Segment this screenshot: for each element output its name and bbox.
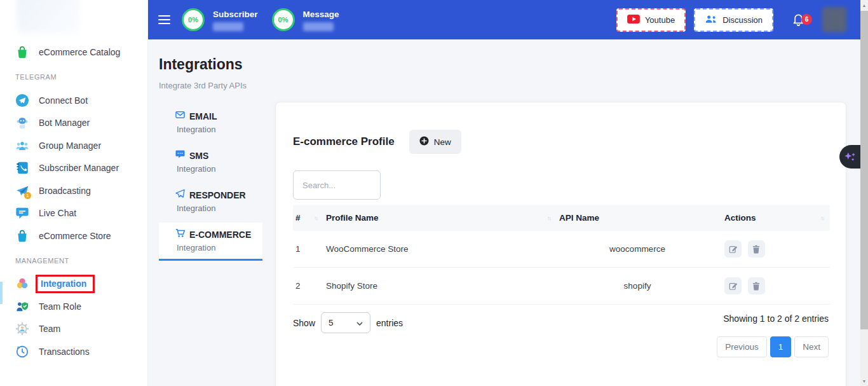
sidebar-item-team[interactable]: Team bbox=[0, 318, 147, 341]
message-stat-label: Message bbox=[303, 10, 339, 19]
page-size-control: Show 5 entries bbox=[293, 312, 403, 333]
page-1-button[interactable]: 1 bbox=[770, 336, 792, 357]
users-icon bbox=[705, 15, 717, 25]
menu-toggle-icon[interactable] bbox=[158, 13, 170, 27]
main-area: 0% Subscriber 0% Message Youtube Di bbox=[148, 0, 868, 386]
youtube-button[interactable]: Youtube bbox=[616, 8, 686, 32]
sort-icon: ↑↓ bbox=[314, 215, 317, 221]
sms-bubble-icon bbox=[175, 149, 185, 162]
sidebar-item-ecommerce-catalog[interactable]: eCommerce Catalog bbox=[0, 41, 147, 64]
group-icon bbox=[15, 139, 29, 153]
sidebar-section-management: MANAGEMENT bbox=[0, 257, 147, 265]
sparkles-icon bbox=[843, 150, 857, 164]
sidebar-item-ecommerce-store[interactable]: eCommerce Store bbox=[0, 224, 147, 247]
sidebar-item-connect-bot[interactable]: Connect Bot bbox=[0, 89, 147, 112]
sidebar-item-integration[interactable]: Integration bbox=[0, 273, 147, 296]
sidebar-item-label: Live Chat bbox=[39, 208, 76, 218]
tab-email-integration[interactable]: EMAIL Integration bbox=[159, 104, 262, 141]
app-logo bbox=[17, 0, 80, 34]
telegram-icon bbox=[15, 93, 29, 107]
youtube-icon bbox=[627, 15, 640, 25]
column-header-profile-name[interactable]: Profile Name ↑↓ bbox=[323, 205, 557, 231]
column-header-api-name[interactable]: API Name bbox=[557, 205, 722, 231]
integration-circles-icon bbox=[15, 277, 29, 291]
envelope-icon bbox=[175, 110, 185, 122]
cart-icon bbox=[175, 228, 185, 240]
youtube-button-label: Youtube bbox=[645, 15, 675, 25]
sidebar-item-broadcasting[interactable]: 1 Broadcasting bbox=[0, 179, 147, 202]
broadcasting-badge: 1 bbox=[24, 192, 31, 199]
delete-button[interactable] bbox=[748, 277, 765, 294]
message-percent-ring: 0% bbox=[272, 8, 295, 31]
sidebar-item-label: Transactions bbox=[39, 347, 90, 357]
vertical-scrollbar[interactable]: ▲ ▼ bbox=[860, 0, 868, 386]
table-row: 2 Shopify Store shopify bbox=[293, 268, 830, 305]
delete-button[interactable] bbox=[748, 240, 765, 258]
tab-title: SMS bbox=[189, 151, 208, 161]
discussion-button[interactable]: Discussion bbox=[694, 8, 773, 32]
next-page-button[interactable]: Next bbox=[794, 336, 829, 357]
sidebar-item-team-role[interactable]: Team Role bbox=[0, 295, 147, 318]
row-actions bbox=[722, 268, 830, 305]
page-title: Integrations bbox=[159, 56, 243, 73]
new-profile-button[interactable]: New bbox=[409, 130, 461, 154]
page-subtitle: Integrate 3rd Party APIs bbox=[159, 81, 247, 90]
sidebar-item-label: Group Manager bbox=[39, 141, 101, 151]
panel-title: E-commerce Profile bbox=[293, 135, 395, 148]
message-stat: 0% Message bbox=[272, 8, 339, 31]
sort-icon: ↑↓ bbox=[547, 215, 550, 221]
subscriber-value-blurred bbox=[213, 22, 243, 31]
notification-count-badge: 6 bbox=[801, 14, 812, 25]
edit-pencil-icon bbox=[729, 245, 738, 254]
row-api-name: shopify bbox=[557, 268, 722, 305]
previous-page-button[interactable]: Previous bbox=[717, 336, 767, 357]
contact-book-icon bbox=[15, 161, 29, 175]
sidebar-item-bot-manager[interactable]: Bot Manager bbox=[0, 112, 147, 135]
show-label: Show bbox=[293, 318, 315, 328]
row-index: 2 bbox=[293, 268, 323, 305]
scroll-up-arrow[interactable]: ▲ bbox=[860, 0, 868, 10]
search-input[interactable] bbox=[293, 170, 381, 200]
sidebar-item-label: Broadcasting bbox=[39, 186, 91, 196]
sidebar: eCommerce Catalog TELEGRAM Connect Bot B… bbox=[0, 0, 148, 386]
tab-responder-integration[interactable]: RESPONDER Integration bbox=[159, 183, 262, 219]
gear-user-icon bbox=[15, 322, 29, 336]
sidebar-item-subscriber-manager[interactable]: Subscriber Manager bbox=[0, 157, 147, 180]
sidebar-item-group-manager[interactable]: Group Manager bbox=[0, 134, 147, 157]
column-header-actions[interactable]: Actions ↑↓ bbox=[722, 205, 830, 231]
tab-ecommerce-integration[interactable]: E-COMMERCE Integration bbox=[159, 223, 262, 261]
sidebar-item-label: Team Role bbox=[39, 301, 81, 312]
edit-pencil-icon bbox=[729, 282, 738, 291]
trash-icon bbox=[752, 282, 761, 291]
row-profile-name: Shopify Store bbox=[323, 268, 557, 305]
new-button-label: New bbox=[434, 137, 451, 147]
page-size-select[interactable]: 5 bbox=[321, 312, 370, 333]
user-avatar[interactable] bbox=[822, 7, 846, 32]
sidebar-item-transactions[interactable]: Transactions bbox=[0, 340, 147, 363]
chat-bubble-icon bbox=[15, 206, 29, 220]
subscriber-percent-ring: 0% bbox=[182, 8, 205, 31]
robot-icon bbox=[15, 116, 29, 130]
table-header-row: # ↑↓ Profile Name ↑↓ API Name Actions ↑↓ bbox=[293, 205, 830, 231]
edit-button[interactable] bbox=[724, 277, 742, 294]
ai-assistant-button[interactable] bbox=[839, 145, 860, 169]
edit-button[interactable] bbox=[724, 240, 742, 258]
tab-title: EMAIL bbox=[189, 111, 217, 121]
sidebar-item-label: eCommerce Store bbox=[39, 231, 111, 241]
plus-circle-icon bbox=[419, 136, 429, 148]
column-header-number[interactable]: # ↑↓ bbox=[293, 205, 323, 231]
tab-subtitle: Integration bbox=[177, 203, 262, 213]
table-row: 1 WooCommerce Store woocommerce bbox=[293, 231, 830, 268]
notifications-button[interactable]: 6 bbox=[791, 11, 806, 29]
broadcast-plane-icon: 1 bbox=[15, 184, 29, 198]
subscriber-stat: 0% Subscriber bbox=[182, 8, 258, 31]
annotation-highlight-box: Integration bbox=[36, 275, 95, 293]
scroll-down-arrow[interactable]: ▼ bbox=[860, 376, 868, 386]
page-size-value: 5 bbox=[329, 318, 334, 327]
scrollbar-thumb[interactable] bbox=[860, 11, 868, 329]
sidebar-item-live-chat[interactable]: Live Chat bbox=[0, 202, 147, 225]
top-header: 0% Subscriber 0% Message Youtube Di bbox=[148, 0, 868, 39]
row-api-name: woocommerce bbox=[557, 231, 722, 268]
sidebar-item-label: Subscriber Manager bbox=[39, 163, 119, 173]
tab-sms-integration[interactable]: SMS Integration bbox=[159, 144, 262, 180]
